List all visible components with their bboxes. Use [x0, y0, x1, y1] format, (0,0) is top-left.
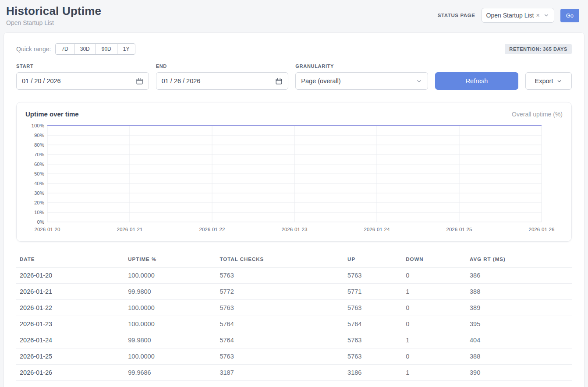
chevron-down-icon [556, 78, 562, 84]
table-row: 2026-01-2199.9800577257711388 [16, 284, 572, 300]
page-subtitle: Open Startup List [6, 19, 101, 26]
svg-text:20%: 20% [34, 200, 44, 205]
start-date-field: START 01 / 20 / 2026 [16, 63, 149, 90]
end-date-value: 01 / 26 / 2026 [162, 77, 201, 84]
table-cell: 99.9686 [124, 365, 216, 381]
quick-range-30d-button[interactable]: 30D [74, 43, 96, 55]
calendar-icon[interactable] [275, 77, 283, 85]
retention-badge: RETENTION: 365 DAYS [505, 44, 572, 54]
table-cell: 1 [402, 332, 466, 348]
chevron-down-icon [416, 78, 422, 84]
start-date-label: START [16, 63, 149, 69]
column-header: UP [344, 253, 402, 267]
uptime-table-body: 2026-01-20100.00005763576303862026-01-21… [16, 267, 572, 381]
page-title: Historical Uptime [6, 4, 101, 18]
table-cell: 2026-01-22 [16, 300, 124, 316]
table-cell: 3187 [216, 365, 344, 381]
main-card: Quick range: 7D 30D 90D 1Y RETENTION: 36… [4, 32, 584, 387]
table-cell: 0 [402, 316, 466, 332]
table-cell: 5764 [216, 316, 344, 332]
controls-row: START 01 / 20 / 2026 END 01 / 26 / 2026 … [16, 63, 572, 90]
table-row: 2026-01-22100.0000576357630389 [16, 300, 572, 316]
svg-text:30%: 30% [34, 190, 44, 196]
table-cell: 5763 [344, 267, 402, 284]
table-cell: 2026-01-23 [16, 316, 124, 332]
svg-text:90%: 90% [34, 133, 44, 138]
table-cell: 2026-01-25 [16, 348, 124, 365]
table-cell: 0 [402, 300, 466, 316]
table-cell: 390 [466, 365, 572, 381]
table-cell: 100.0000 [124, 348, 216, 365]
table-cell: 99.9800 [124, 332, 216, 348]
svg-text:2026-01-22: 2026-01-22 [199, 227, 225, 232]
end-date-field: END 01 / 26 / 2026 [156, 63, 289, 90]
table-cell: 5771 [344, 284, 402, 300]
granularity-field: GRANULARITY Page (overall) [295, 63, 428, 90]
clear-selection-icon[interactable]: × [536, 12, 539, 19]
start-date-value: 01 / 20 / 2026 [22, 77, 61, 84]
table-cell: 389 [466, 300, 572, 316]
quick-range-7d-button[interactable]: 7D [55, 43, 74, 55]
table-cell: 2026-01-26 [16, 365, 124, 381]
column-header: DOWN [402, 253, 466, 267]
status-page-select[interactable]: Open Startup List × [482, 8, 554, 23]
export-button-label: Export [535, 77, 553, 84]
quick-range-1y-button[interactable]: 1Y [117, 43, 136, 55]
end-date-label: END [156, 63, 289, 69]
chart-legend: Overall uptime (%) [512, 111, 563, 118]
refresh-button[interactable]: Refresh [435, 72, 518, 90]
uptime-line-chart: 0%10%20%30%40%50%60%70%80%90%100%2026-01… [25, 122, 563, 236]
svg-text:100%: 100% [32, 123, 44, 128]
svg-text:10%: 10% [34, 210, 44, 215]
export-button[interactable]: Export [525, 72, 572, 90]
svg-text:2026-01-21: 2026-01-21 [117, 227, 143, 232]
go-button[interactable]: Go [560, 9, 579, 22]
table-cell: 0 [402, 348, 466, 365]
chart-header: Uptime over time Overall uptime (%) [25, 110, 563, 118]
table-cell: 395 [466, 316, 572, 332]
topbar: Historical Uptime Open Startup List STAT… [0, 0, 588, 30]
table-cell: 5772 [216, 284, 344, 300]
table-row: 2026-01-2699.9686318731861390 [16, 365, 572, 381]
svg-text:60%: 60% [34, 162, 44, 167]
calendar-icon[interactable] [136, 77, 143, 85]
table-cell: 5763 [344, 300, 402, 316]
table-row: 2026-01-20100.0000576357630386 [16, 267, 572, 284]
table-cell: 2026-01-20 [16, 267, 124, 284]
svg-text:2026-01-23: 2026-01-23 [282, 227, 308, 232]
table-cell: 5763 [216, 348, 344, 365]
table-cell: 388 [466, 348, 572, 365]
svg-text:2026-01-25: 2026-01-25 [446, 227, 472, 232]
svg-text:40%: 40% [34, 181, 44, 186]
table-cell: 5763 [216, 267, 344, 284]
table-cell: 1 [402, 284, 466, 300]
table-cell: 388 [466, 284, 572, 300]
table-row: 2026-01-23100.0000576457640395 [16, 316, 572, 332]
granularity-label: GRANULARITY [295, 63, 428, 69]
chevron-down-icon [543, 12, 549, 18]
table-cell: 0 [402, 267, 466, 284]
quick-range-segmented: 7D 30D 90D 1Y [55, 43, 135, 55]
column-header: TOTAL CHECKS [216, 253, 344, 267]
table-cell: 3186 [344, 365, 402, 381]
svg-text:70%: 70% [34, 152, 44, 157]
table-cell: 5764 [344, 316, 402, 332]
granularity-select[interactable]: Page (overall) [295, 72, 428, 90]
table-cell: 5763 [344, 348, 402, 365]
start-date-input[interactable]: 01 / 20 / 2026 [16, 72, 149, 90]
chart-title: Uptime over time [25, 110, 79, 118]
column-header: AVG RT (MS) [466, 253, 572, 267]
column-header: DATE [16, 253, 124, 267]
table-cell: 386 [466, 267, 572, 284]
column-header: UPTIME % [124, 253, 216, 267]
end-date-input[interactable]: 01 / 26 / 2026 [156, 72, 289, 90]
table-cell: 100.0000 [124, 300, 216, 316]
quick-range-label: Quick range: [16, 46, 51, 53]
table-cell: 2026-01-21 [16, 284, 124, 300]
table-cell: 5763 [344, 332, 402, 348]
table-row: 2026-01-25100.0000576357630388 [16, 348, 572, 365]
quick-range-row: Quick range: 7D 30D 90D 1Y RETENTION: 36… [16, 43, 572, 55]
table-row: 2026-01-2499.9800576457631404 [16, 332, 572, 348]
quick-range-90d-button[interactable]: 90D [96, 43, 117, 55]
status-page-selected-value: Open Startup List [486, 12, 534, 19]
